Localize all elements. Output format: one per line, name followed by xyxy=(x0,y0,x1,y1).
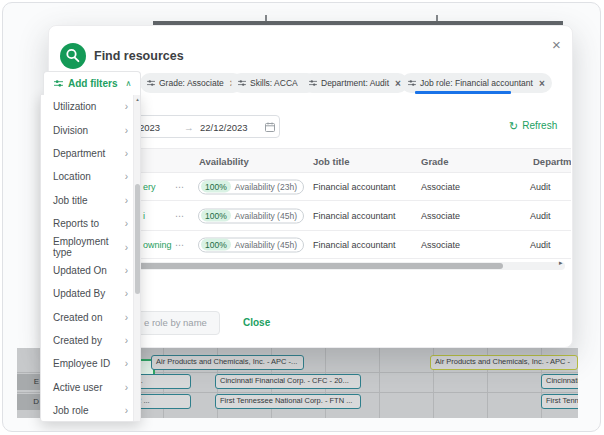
menu-item-updated-by[interactable]: Updated By› xyxy=(41,282,140,305)
chip-active-underline xyxy=(415,91,511,94)
close-button[interactable]: Close xyxy=(243,317,270,328)
chevron-right-icon: › xyxy=(125,242,128,253)
column-header-availability: Availability xyxy=(199,156,249,167)
filter-icon xyxy=(147,79,155,87)
menu-item-employment-type[interactable]: Employment type› xyxy=(41,235,140,258)
menu-item-created-by[interactable]: Created by› xyxy=(41,329,140,352)
menu-item-label: Active user xyxy=(53,382,102,393)
dropdown-scrollbar-thumb[interactable] xyxy=(135,184,140,294)
menu-item-reports-to[interactable]: Reports to› xyxy=(41,212,140,235)
menu-item-label: Utilization xyxy=(53,101,96,112)
gantt-bar: Air Products and Chemicals, Inc. - APC -… xyxy=(151,355,304,370)
chip-label: Department: Audit xyxy=(321,78,389,88)
menu-item-label: Job title xyxy=(53,195,87,206)
chevron-right-icon: › xyxy=(125,312,128,323)
column-header-job-title: Job title xyxy=(313,156,349,167)
screenshot-stage: E D Air Products and Chemicals, Inc. - A… xyxy=(0,0,604,435)
menu-item-label: Created by xyxy=(53,335,102,346)
menu-item-label: Job role xyxy=(53,405,89,416)
filter-icon xyxy=(238,79,246,87)
department-cell: Audit xyxy=(530,211,551,221)
menu-item-label: Division xyxy=(53,125,88,136)
chevron-right-icon: › xyxy=(125,382,128,393)
menu-item-updated-on[interactable]: Updated On› xyxy=(41,259,140,282)
menu-item-created-on[interactable]: Created on› xyxy=(41,306,140,329)
department-cell: Audit xyxy=(530,240,551,250)
gantt-bar: Air Products and Chemicals, Inc. - APC - xyxy=(430,355,578,370)
app-window: E D Air Products and Chemicals, Inc. - A… xyxy=(2,2,601,432)
chevron-right-icon: › xyxy=(125,288,128,299)
menu-item-label: Location xyxy=(53,171,91,182)
menu-item-label: Reports to xyxy=(53,218,99,229)
date-range-arrow: → xyxy=(184,122,194,133)
modal-title: Find resources xyxy=(94,49,184,63)
chevron-right-icon: › xyxy=(125,218,128,229)
menu-item-job-role[interactable]: Job role› xyxy=(41,399,140,422)
refresh-label: Refresh xyxy=(522,120,557,131)
filter-chip-department[interactable]: Department: Audit × xyxy=(302,73,408,93)
row-menu-icon[interactable]: ⋯ xyxy=(175,240,185,250)
row-menu-icon[interactable]: ⋯ xyxy=(175,211,185,221)
grade-cell: Associate xyxy=(421,240,460,250)
column-header-grade: Grade xyxy=(421,156,448,167)
availability-detail: Availability (23h) xyxy=(235,182,297,192)
resource-name-link[interactable]: i xyxy=(143,211,145,221)
refresh-button[interactable]: ↻ Refresh xyxy=(509,120,557,131)
menu-item-label: Updated By xyxy=(53,288,105,299)
availability-percent: 100% xyxy=(201,239,231,251)
chevron-right-icon: › xyxy=(125,265,128,276)
job-title-cell: Financial accountant xyxy=(313,240,396,250)
refresh-icon: ↻ xyxy=(509,121,518,131)
availability-badge: 100%Availability (23h) xyxy=(198,179,304,194)
filter-icon xyxy=(54,79,63,88)
add-filters-button[interactable]: Add filters ∧ xyxy=(43,71,141,95)
chip-close-icon[interactable]: × xyxy=(395,78,401,89)
chevron-right-icon: › xyxy=(125,148,128,159)
row-menu-icon[interactable]: ⋯ xyxy=(175,182,185,192)
menu-item-department[interactable]: Department› xyxy=(41,142,140,165)
job-title-cell: Financial accountant xyxy=(313,211,396,221)
menu-item-location[interactable]: Location› xyxy=(41,165,140,188)
calendar-icon[interactable] xyxy=(265,122,275,132)
menu-item-employee-id[interactable]: Employee ID› xyxy=(41,352,140,375)
chip-close-icon[interactable]: × xyxy=(539,78,545,89)
chevron-right-icon: › xyxy=(125,101,128,112)
availability-detail: Availability (45h) xyxy=(235,240,297,250)
menu-item-division[interactable]: Division› xyxy=(41,118,140,141)
menu-item-label: Employee ID xyxy=(53,358,110,369)
chip-label: Grade: Associate xyxy=(159,78,224,88)
chevron-up-icon: ∧ xyxy=(125,79,131,88)
availability-percent: 100% xyxy=(201,210,231,222)
menu-item-active-user[interactable]: Active user› xyxy=(41,376,140,399)
menu-item-label: Created on xyxy=(53,312,102,323)
timeline-tick xyxy=(436,15,438,21)
dropdown-scrollbar[interactable]: ▴ xyxy=(133,95,140,421)
column-header-department: Department xyxy=(533,156,571,167)
gantt-bar: First Tennessee National Corp. - FTN ... xyxy=(541,394,578,409)
menu-item-utilization[interactable]: Utilization› xyxy=(41,95,140,118)
resource-name-link[interactable]: owning xyxy=(143,240,172,250)
scroll-up-arrow-icon[interactable]: ▴ xyxy=(134,96,141,102)
availability-badge: 100%Availability (45h) xyxy=(198,208,304,223)
filter-icon xyxy=(309,79,317,87)
resource-name-link[interactable]: ery xyxy=(143,182,156,192)
department-cell: Audit xyxy=(530,182,551,192)
chevron-right-icon: › xyxy=(125,125,128,136)
filter-icon xyxy=(408,79,416,87)
modal-close-icon[interactable]: × xyxy=(552,36,561,53)
menu-item-label: Department xyxy=(53,148,105,159)
filter-chip-job-role[interactable]: Job role: Financial accountant × xyxy=(401,73,552,93)
chevron-right-icon: › xyxy=(125,335,128,346)
date-end-value: 22/12/2023 xyxy=(200,122,248,133)
chevron-right-icon: › xyxy=(125,171,128,182)
job-title-cell: Financial accountant xyxy=(313,182,396,192)
role-by-name-button-label: e role by name xyxy=(144,317,207,328)
filter-chip-grade[interactable]: Grade: Associate × xyxy=(140,73,243,93)
menu-item-job-title[interactable]: Job title› xyxy=(41,189,140,212)
chip-label: Skills: ACCA xyxy=(250,78,298,88)
scroll-right-arrow-icon[interactable]: ▸ xyxy=(559,259,563,267)
chevron-right-icon: › xyxy=(125,405,128,416)
availability-percent: 100% xyxy=(201,181,231,193)
gantt-bar: Cincinnati Financial Corp. - CFC - 20... xyxy=(215,374,361,389)
search-badge-icon xyxy=(60,43,86,69)
